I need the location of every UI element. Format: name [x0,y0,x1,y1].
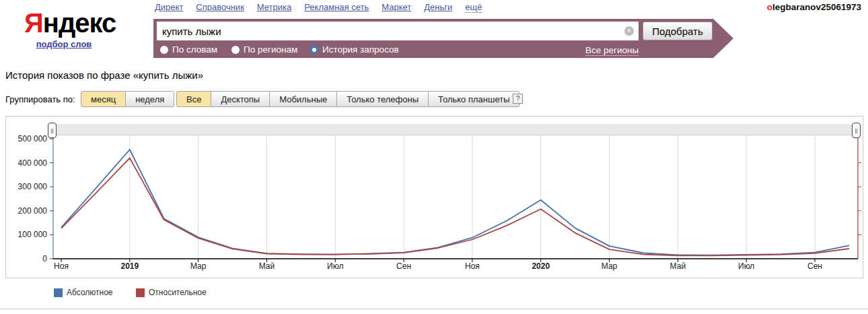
svg-text:Май: Май [259,261,275,271]
svg-text:500 000: 500 000 [18,134,48,144]
tab-tablets-only[interactable]: Только планшеты [428,91,519,107]
bottom-divider [0,309,868,309]
svg-text:0: 0 [42,254,47,263]
tab-all[interactable]: Все [176,91,211,107]
tab-mobile[interactable]: Мобильные [269,91,337,107]
svg-text:2019: 2019 [120,261,139,271]
radio-by-regions[interactable]: По регионам [231,44,310,55]
range-handle-left-icon[interactable]: || [48,123,57,138]
svg-text:400 000: 400 000 [18,158,48,168]
search-mode-radios: По словам По регионам История запросов [160,44,399,55]
radio-icon [231,46,240,54]
svg-text:Ноя: Ноя [54,261,69,271]
radio-icon [160,46,168,54]
username-first-letter: o [767,2,772,12]
group-week-button[interactable]: неделя [125,91,174,107]
legend-swatch-blue [54,288,63,297]
svg-text:Ноя: Ноя [465,261,480,271]
all-regions-link[interactable]: Все регионы [585,45,639,56]
nav-link-direct[interactable]: Директ [155,2,183,13]
svg-text:Мар: Мар [602,261,618,271]
yandex-logo-text[interactable]: Яндекс [24,8,104,38]
wordstat-page: Директ Справочник Метрика Рекламная сеть… [0,0,868,314]
svg-text:Июл: Июл [738,261,754,271]
nav-link-market[interactable]: Маркет [382,2,411,13]
svg-text:100 000: 100 000 [18,230,48,239]
submit-button[interactable]: Подобрать [643,22,713,40]
radio-by-words[interactable]: По словам [160,44,231,55]
svg-text:200 000: 200 000 [18,206,48,216]
radio-selected-icon [310,46,318,54]
legend-item-absolute[interactable]: Абсолютное [54,288,113,297]
svg-text:Сен: Сен [396,261,411,271]
legend-label: Относительное [149,288,207,297]
radio-query-history[interactable]: История запросов [310,44,399,55]
help-icon[interactable]: ? [513,94,523,104]
device-tabs: Все Десктопы Мобильные Только телефоны Т… [176,91,519,107]
top-navigation: Директ Справочник Метрика Рекламная сеть… [155,2,482,13]
chart-panel: || || 0100 000200 000300 000400 000500 0… [5,116,863,278]
group-by-segmented-control: месяц неделя [81,91,174,107]
search-banner: × Подобрать По словам По регионам Истори… [153,19,733,58]
svg-text:2020: 2020 [532,261,550,271]
range-handle-right-icon[interactable]: || [852,123,861,138]
yandex-logo: Яндекс подбор слов [24,8,104,49]
legend-item-relative[interactable]: Относительное [136,288,207,297]
legend-label: Абсолютное [67,288,113,297]
nav-link-metrika[interactable]: Метрика [257,2,291,13]
search-input[interactable] [157,22,639,40]
username-rest: legbaranov25061973 [772,2,861,12]
clear-icon[interactable]: × [624,26,634,36]
svg-text:Июл: Июл [327,261,343,271]
wordstat-home-link[interactable]: подбор слов [36,39,92,49]
svg-text:Сен: Сен [807,261,822,271]
group-by-label: Группировать по: [5,94,75,104]
svg-text:Май: Май [670,261,686,271]
tab-desktops[interactable]: Десктопы [211,91,270,107]
legend-swatch-red [136,288,145,297]
page-title: История показов по фразе «купить лыжи» [5,69,203,81]
tab-phones-only[interactable]: Только телефоны [336,91,429,107]
username[interactable]: olegbaranov25061973 [767,2,861,12]
svg-text:Мар: Мар [190,261,207,271]
nav-link-spravochnik[interactable]: Справочник [196,2,244,13]
nav-link-ad-network[interactable]: Рекламная сеть [304,2,369,13]
nav-link-money[interactable]: Деньги [424,2,452,13]
history-line-chart[interactable]: 0100 000200 000300 000400 000500 000Ноя2… [6,117,863,278]
svg-text:300 000: 300 000 [18,182,48,191]
group-month-button[interactable]: месяц [81,91,126,107]
nav-link-more[interactable]: ещё [465,2,482,13]
